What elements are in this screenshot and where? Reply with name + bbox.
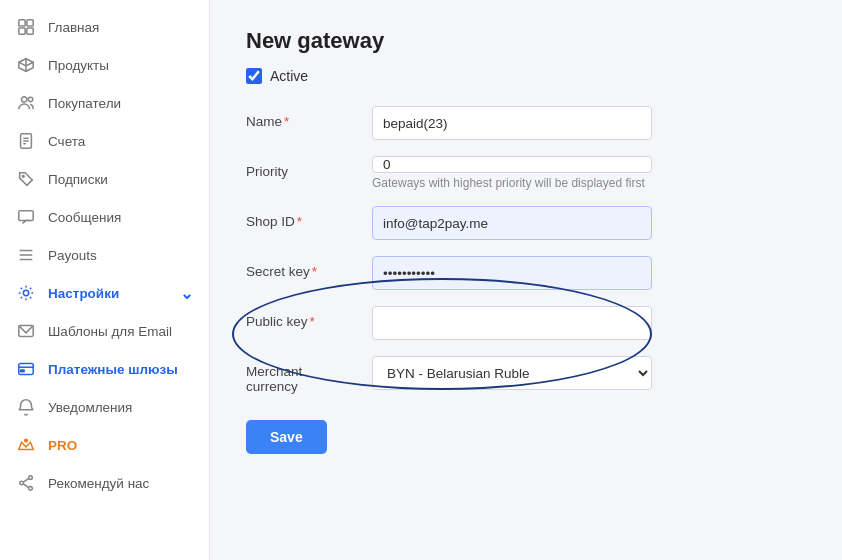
list-icon [16,245,36,265]
sidebar-label-notifications: Уведомления [48,400,132,415]
sidebar-label-settings: Настройки [48,286,119,301]
sidebar-label-payment-gateways: Платежные шлюзы [48,362,178,377]
users-icon [16,93,36,113]
public-key-input[interactable] [372,306,652,340]
settings-expand-icon: ⌄ [180,284,193,303]
secret-key-input[interactable] [372,256,652,290]
sidebar: Главная Продукты Покупатели Счета [0,0,210,560]
merchant-currency-label: Merchant currency [246,356,356,394]
sidebar-item-email-templates[interactable]: Шаблоны для Email [0,312,209,350]
sidebar-label-customers: Покупатели [48,96,121,111]
svg-line-24 [23,479,28,483]
name-input[interactable] [372,106,652,140]
active-row: Active [246,68,806,84]
sidebar-label-invoices: Счета [48,134,85,149]
priority-label: Priority [246,156,356,179]
sidebar-item-messages[interactable]: Сообщения [0,198,209,236]
sidebar-item-home[interactable]: Главная [0,8,209,46]
sidebar-label-home: Главная [48,20,99,35]
svg-point-15 [23,290,28,295]
svg-rect-3 [27,28,33,34]
sidebar-item-payment-gateways[interactable]: Платежные шлюзы [0,350,209,388]
merchant-currency-select[interactable]: BYN - Belarusian Ruble USD - US Dollar E… [372,356,652,390]
svg-point-4 [22,97,27,102]
sidebar-item-customers[interactable]: Покупатели [0,84,209,122]
public-key-row: Public key* [246,306,806,340]
settings-icon [16,283,36,303]
sidebar-item-recommend[interactable]: Рекомендуй нас [0,464,209,502]
public-key-label: Public key* [246,306,356,329]
svg-rect-2 [19,28,25,34]
active-checkbox[interactable] [246,68,262,84]
sidebar-label-email-templates: Шаблоны для Email [48,324,172,339]
svg-point-10 [22,175,24,177]
sidebar-label-recommend: Рекомендуй нас [48,476,149,491]
svg-point-20 [25,439,28,442]
priority-input[interactable] [372,156,652,173]
sidebar-item-subscriptions[interactable]: Подписки [0,160,209,198]
svg-line-25 [23,484,28,488]
svg-point-23 [29,487,33,491]
bell-icon [16,397,36,417]
main-content: New gateway Active Name* Priority Gatewa… [210,0,842,560]
shop-id-input[interactable] [372,206,652,240]
credit-card-icon [16,359,36,379]
form-section: Name* Priority Gateways with highest pri… [246,106,806,454]
grid-icon [16,17,36,37]
sidebar-item-products[interactable]: Продукты [0,46,209,84]
save-button[interactable]: Save [246,420,327,454]
sidebar-label-products: Продукты [48,58,109,73]
sidebar-item-notifications[interactable]: Уведомления [0,388,209,426]
tag-icon [16,169,36,189]
secret-key-label: Secret key* [246,256,356,279]
name-label: Name* [246,106,356,129]
svg-point-21 [29,476,33,480]
sidebar-label-messages: Сообщения [48,210,121,225]
shop-id-label: Shop ID* [246,206,356,229]
sidebar-label-subscriptions: Подписки [48,172,108,187]
name-row: Name* [246,106,806,140]
svg-point-22 [20,481,24,485]
message-icon [16,207,36,227]
sidebar-label-payouts: Payouts [48,248,97,263]
sidebar-item-payouts[interactable]: Payouts [0,236,209,274]
page-title: New gateway [246,28,806,54]
mail-icon [16,321,36,341]
merchant-currency-row: Merchant currency BYN - Belarusian Ruble… [246,356,806,394]
sidebar-item-settings[interactable]: Настройки ⌄ [0,274,209,312]
crown-icon [16,435,36,455]
svg-point-5 [28,97,33,102]
svg-rect-1 [27,20,33,26]
share-icon [16,473,36,493]
priority-hint: Gateways with highest priority will be d… [372,176,652,190]
secret-key-row: Secret key* [246,256,806,290]
sidebar-item-pro[interactable]: PRO [0,426,209,464]
svg-rect-17 [19,364,33,375]
svg-rect-0 [19,20,25,26]
active-label: Active [270,68,308,84]
svg-rect-19 [21,370,25,372]
sidebar-item-invoices[interactable]: Счета [0,122,209,160]
priority-row: Priority Gateways with highest priority … [246,156,806,190]
box-icon [16,55,36,75]
file-text-icon [16,131,36,151]
sidebar-label-pro: PRO [48,438,77,453]
shop-id-row: Shop ID* [246,206,806,240]
svg-rect-11 [19,211,33,221]
